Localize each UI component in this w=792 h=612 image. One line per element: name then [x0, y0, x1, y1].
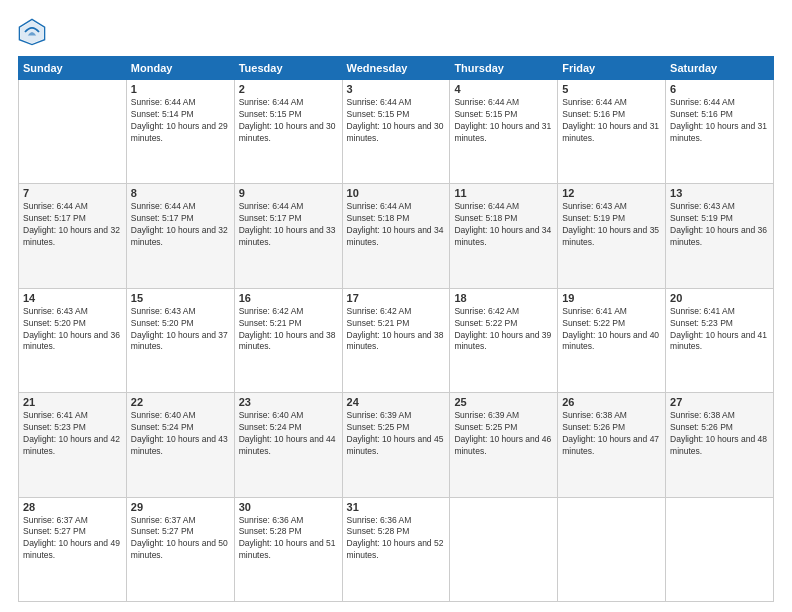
day-number: 10: [347, 187, 446, 199]
calendar-cell: 11Sunrise: 6:44 AM Sunset: 5:18 PM Dayli…: [450, 184, 558, 288]
day-info: Sunrise: 6:41 AM Sunset: 5:23 PM Dayligh…: [670, 306, 769, 354]
calendar-table: SundayMondayTuesdayWednesdayThursdayFrid…: [18, 56, 774, 602]
calendar-cell: [450, 497, 558, 601]
day-info: Sunrise: 6:44 AM Sunset: 5:15 PM Dayligh…: [347, 97, 446, 145]
day-info: Sunrise: 6:41 AM Sunset: 5:22 PM Dayligh…: [562, 306, 661, 354]
day-info: Sunrise: 6:36 AM Sunset: 5:28 PM Dayligh…: [347, 515, 446, 563]
calendar-cell: 27Sunrise: 6:38 AM Sunset: 5:26 PM Dayli…: [666, 393, 774, 497]
day-number: 23: [239, 396, 338, 408]
weekday-header-tuesday: Tuesday: [234, 57, 342, 80]
day-number: 15: [131, 292, 230, 304]
calendar-cell: 6Sunrise: 6:44 AM Sunset: 5:16 PM Daylig…: [666, 80, 774, 184]
week-row-2: 7Sunrise: 6:44 AM Sunset: 5:17 PM Daylig…: [19, 184, 774, 288]
calendar-cell: 20Sunrise: 6:41 AM Sunset: 5:23 PM Dayli…: [666, 288, 774, 392]
day-info: Sunrise: 6:44 AM Sunset: 5:17 PM Dayligh…: [23, 201, 122, 249]
day-number: 11: [454, 187, 553, 199]
day-info: Sunrise: 6:38 AM Sunset: 5:26 PM Dayligh…: [670, 410, 769, 458]
logo-icon: [18, 18, 46, 46]
day-info: Sunrise: 6:43 AM Sunset: 5:20 PM Dayligh…: [23, 306, 122, 354]
day-info: Sunrise: 6:44 AM Sunset: 5:15 PM Dayligh…: [454, 97, 553, 145]
day-number: 18: [454, 292, 553, 304]
day-number: 17: [347, 292, 446, 304]
week-row-1: 1Sunrise: 6:44 AM Sunset: 5:14 PM Daylig…: [19, 80, 774, 184]
day-number: 3: [347, 83, 446, 95]
logo: [18, 18, 50, 46]
day-number: 13: [670, 187, 769, 199]
day-info: Sunrise: 6:37 AM Sunset: 5:27 PM Dayligh…: [23, 515, 122, 563]
calendar-cell: 24Sunrise: 6:39 AM Sunset: 5:25 PM Dayli…: [342, 393, 450, 497]
calendar-cell: 9Sunrise: 6:44 AM Sunset: 5:17 PM Daylig…: [234, 184, 342, 288]
day-info: Sunrise: 6:41 AM Sunset: 5:23 PM Dayligh…: [23, 410, 122, 458]
calendar-cell: 18Sunrise: 6:42 AM Sunset: 5:22 PM Dayli…: [450, 288, 558, 392]
day-info: Sunrise: 6:44 AM Sunset: 5:18 PM Dayligh…: [454, 201, 553, 249]
day-number: 30: [239, 501, 338, 513]
day-number: 24: [347, 396, 446, 408]
calendar-cell: 28Sunrise: 6:37 AM Sunset: 5:27 PM Dayli…: [19, 497, 127, 601]
day-number: 6: [670, 83, 769, 95]
day-info: Sunrise: 6:44 AM Sunset: 5:16 PM Dayligh…: [562, 97, 661, 145]
day-info: Sunrise: 6:42 AM Sunset: 5:22 PM Dayligh…: [454, 306, 553, 354]
calendar-cell: 15Sunrise: 6:43 AM Sunset: 5:20 PM Dayli…: [126, 288, 234, 392]
calendar-cell: 23Sunrise: 6:40 AM Sunset: 5:24 PM Dayli…: [234, 393, 342, 497]
calendar-cell: 17Sunrise: 6:42 AM Sunset: 5:21 PM Dayli…: [342, 288, 450, 392]
weekday-header-sunday: Sunday: [19, 57, 127, 80]
weekday-header-monday: Monday: [126, 57, 234, 80]
calendar-cell: 30Sunrise: 6:36 AM Sunset: 5:28 PM Dayli…: [234, 497, 342, 601]
calendar-cell: 10Sunrise: 6:44 AM Sunset: 5:18 PM Dayli…: [342, 184, 450, 288]
day-number: 26: [562, 396, 661, 408]
calendar-cell: [19, 80, 127, 184]
day-number: 4: [454, 83, 553, 95]
day-number: 9: [239, 187, 338, 199]
week-row-5: 28Sunrise: 6:37 AM Sunset: 5:27 PM Dayli…: [19, 497, 774, 601]
calendar-cell: 13Sunrise: 6:43 AM Sunset: 5:19 PM Dayli…: [666, 184, 774, 288]
day-info: Sunrise: 6:44 AM Sunset: 5:17 PM Dayligh…: [131, 201, 230, 249]
calendar-cell: 19Sunrise: 6:41 AM Sunset: 5:22 PM Dayli…: [558, 288, 666, 392]
day-number: 31: [347, 501, 446, 513]
weekday-header-saturday: Saturday: [666, 57, 774, 80]
day-info: Sunrise: 6:44 AM Sunset: 5:18 PM Dayligh…: [347, 201, 446, 249]
day-info: Sunrise: 6:44 AM Sunset: 5:17 PM Dayligh…: [239, 201, 338, 249]
day-info: Sunrise: 6:40 AM Sunset: 5:24 PM Dayligh…: [131, 410, 230, 458]
day-info: Sunrise: 6:39 AM Sunset: 5:25 PM Dayligh…: [454, 410, 553, 458]
day-info: Sunrise: 6:36 AM Sunset: 5:28 PM Dayligh…: [239, 515, 338, 563]
calendar-cell: [666, 497, 774, 601]
day-info: Sunrise: 6:42 AM Sunset: 5:21 PM Dayligh…: [347, 306, 446, 354]
calendar-cell: 3Sunrise: 6:44 AM Sunset: 5:15 PM Daylig…: [342, 80, 450, 184]
calendar-cell: 29Sunrise: 6:37 AM Sunset: 5:27 PM Dayli…: [126, 497, 234, 601]
day-info: Sunrise: 6:42 AM Sunset: 5:21 PM Dayligh…: [239, 306, 338, 354]
day-info: Sunrise: 6:44 AM Sunset: 5:14 PM Dayligh…: [131, 97, 230, 145]
day-number: 2: [239, 83, 338, 95]
day-info: Sunrise: 6:39 AM Sunset: 5:25 PM Dayligh…: [347, 410, 446, 458]
week-row-4: 21Sunrise: 6:41 AM Sunset: 5:23 PM Dayli…: [19, 393, 774, 497]
day-info: Sunrise: 6:43 AM Sunset: 5:20 PM Dayligh…: [131, 306, 230, 354]
day-number: 5: [562, 83, 661, 95]
calendar-cell: 8Sunrise: 6:44 AM Sunset: 5:17 PM Daylig…: [126, 184, 234, 288]
calendar-cell: 31Sunrise: 6:36 AM Sunset: 5:28 PM Dayli…: [342, 497, 450, 601]
day-info: Sunrise: 6:38 AM Sunset: 5:26 PM Dayligh…: [562, 410, 661, 458]
calendar-cell: 1Sunrise: 6:44 AM Sunset: 5:14 PM Daylig…: [126, 80, 234, 184]
calendar-cell: [558, 497, 666, 601]
day-number: 21: [23, 396, 122, 408]
calendar-cell: 21Sunrise: 6:41 AM Sunset: 5:23 PM Dayli…: [19, 393, 127, 497]
day-number: 12: [562, 187, 661, 199]
calendar-cell: 2Sunrise: 6:44 AM Sunset: 5:15 PM Daylig…: [234, 80, 342, 184]
calendar-cell: 7Sunrise: 6:44 AM Sunset: 5:17 PM Daylig…: [19, 184, 127, 288]
calendar-cell: 22Sunrise: 6:40 AM Sunset: 5:24 PM Dayli…: [126, 393, 234, 497]
day-number: 20: [670, 292, 769, 304]
weekday-header-thursday: Thursday: [450, 57, 558, 80]
day-number: 27: [670, 396, 769, 408]
day-info: Sunrise: 6:40 AM Sunset: 5:24 PM Dayligh…: [239, 410, 338, 458]
day-info: Sunrise: 6:43 AM Sunset: 5:19 PM Dayligh…: [670, 201, 769, 249]
day-info: Sunrise: 6:43 AM Sunset: 5:19 PM Dayligh…: [562, 201, 661, 249]
calendar-cell: 4Sunrise: 6:44 AM Sunset: 5:15 PM Daylig…: [450, 80, 558, 184]
day-number: 19: [562, 292, 661, 304]
day-number: 8: [131, 187, 230, 199]
day-number: 22: [131, 396, 230, 408]
day-number: 25: [454, 396, 553, 408]
day-number: 14: [23, 292, 122, 304]
calendar-cell: 16Sunrise: 6:42 AM Sunset: 5:21 PM Dayli…: [234, 288, 342, 392]
weekday-header-wednesday: Wednesday: [342, 57, 450, 80]
day-number: 7: [23, 187, 122, 199]
calendar-cell: 26Sunrise: 6:38 AM Sunset: 5:26 PM Dayli…: [558, 393, 666, 497]
calendar-cell: 25Sunrise: 6:39 AM Sunset: 5:25 PM Dayli…: [450, 393, 558, 497]
